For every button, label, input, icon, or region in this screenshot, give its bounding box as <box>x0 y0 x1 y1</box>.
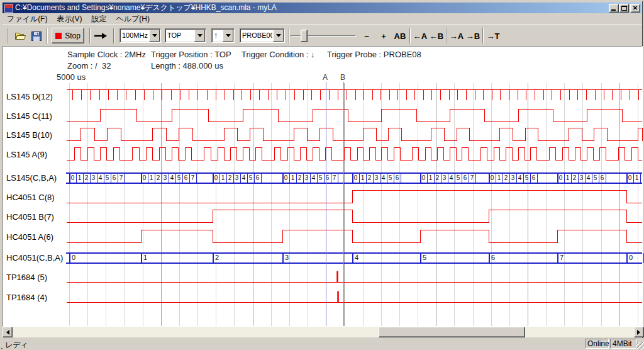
goto-b-right-button[interactable]: →B <box>465 28 480 43</box>
zoom-out-button[interactable]: − <box>360 28 374 43</box>
trigger-edge-combo[interactable]: ↑ <box>211 28 235 43</box>
status-ready: レディ <box>5 340 28 350</box>
resize-grip[interactable] <box>636 342 644 350</box>
stop-icon <box>55 33 62 39</box>
menu-view[interactable]: 表示(V) <box>53 13 87 25</box>
close-button[interactable]: ✕ <box>630 4 640 13</box>
toolbar: Stop 100MHz TOP ↑ PROBE00 <box>3 25 641 46</box>
scroll-left-button[interactable] <box>3 327 13 337</box>
zoom-ab-button[interactable]: AB <box>392 28 408 43</box>
trigger-condition-info: Trigger Condition : ↓ <box>242 50 315 59</box>
row-label[interactable]: TP1684 (4) <box>6 293 47 302</box>
zoom-slider[interactable] <box>291 28 356 43</box>
combo-dropdown-icon[interactable] <box>149 30 160 42</box>
goto-b-left-button[interactable]: ←B <box>429 28 444 43</box>
maximize-button[interactable] <box>619 4 629 13</box>
menu-settings[interactable]: 設定 <box>87 13 112 25</box>
status-memory: 4MBit <box>610 339 636 349</box>
row-label[interactable]: HC4051 C(8) <box>6 193 55 202</box>
row-label[interactable]: LS145 C(11) <box>6 111 52 121</box>
scrollbar-thumb[interactable] <box>379 327 525 337</box>
goto-a-left-button[interactable]: ←A <box>413 28 428 43</box>
menubar: ファイル(F) 表示(V) 設定 ヘルプ(H) <box>3 13 641 25</box>
scroll-right-icon <box>637 330 643 335</box>
waveform-client-area <box>3 46 643 327</box>
zoom-info: Zoom : / 32 <box>67 61 111 71</box>
app-window: C:¥Documents and Settings¥noname¥デスクトップ¥… <box>0 0 644 350</box>
row-label[interactable]: HC4051 B(7) <box>6 212 54 222</box>
window-title: C:¥Documents and Settings¥noname¥デスクトップ¥… <box>15 3 277 13</box>
cursor-b-label[interactable]: B <box>340 73 345 82</box>
combo-dropdown-icon[interactable] <box>223 30 233 42</box>
row-label[interactable]: LS145 A(9) <box>6 150 47 159</box>
trigger-position-info: Trigger Position : TOP <box>151 50 231 59</box>
scale-label: 5000 us <box>57 72 86 82</box>
maximize-icon <box>621 6 627 11</box>
row-label[interactable]: LS145 D(12) <box>6 92 53 101</box>
statusbar: レディ Online 4MBit <box>3 338 644 350</box>
menu-file[interactable]: ファイル(F) <box>3 13 53 25</box>
stop-button[interactable]: Stop <box>52 28 84 43</box>
row-label[interactable]: HC4051(C,B,A) <box>6 253 63 262</box>
probe-combo[interactable]: PROBE00 <box>240 28 285 43</box>
row-label[interactable]: HC4051 A(6) <box>6 232 53 242</box>
row-label[interactable]: LS145(C,B,A) <box>6 173 57 183</box>
goto-a-right-button[interactable]: →A <box>449 28 464 43</box>
open-icon <box>14 31 26 41</box>
menu-help[interactable]: ヘルプ(H) <box>112 13 155 25</box>
scroll-left-icon <box>4 330 9 335</box>
cursor-a-label[interactable]: A <box>323 73 328 82</box>
row-label[interactable]: TP1684 (5) <box>6 273 47 282</box>
app-icon[interactable] <box>4 4 13 13</box>
save-icon <box>31 31 42 41</box>
titlebar[interactable]: C:¥Documents and Settings¥noname¥デスクトップ¥… <box>3 3 641 13</box>
sample-clock-combo[interactable]: 100MHz <box>119 28 161 43</box>
close-icon: ✕ <box>633 4 638 11</box>
goto-trigger-button[interactable]: →T <box>486 28 501 43</box>
minimize-icon <box>611 9 616 11</box>
save-button[interactable] <box>29 28 44 43</box>
run-icon <box>94 32 108 40</box>
trigger-pos-combo[interactable]: TOP <box>165 28 206 43</box>
sample-clock-info: Sample Clock : 2MHz <box>67 50 146 59</box>
trigger-probe-info: Trigger Probe : PROBE08 <box>327 50 421 59</box>
zoom-slider-handle[interactable] <box>301 30 308 42</box>
minimize-button[interactable] <box>609 4 619 13</box>
status-online: Online <box>585 339 609 349</box>
combo-dropdown-icon[interactable] <box>194 30 205 42</box>
scroll-right-button[interactable] <box>634 327 644 337</box>
combo-dropdown-icon[interactable] <box>273 30 284 42</box>
zoom-in-button[interactable]: + <box>377 28 391 43</box>
run-button[interactable] <box>92 28 109 43</box>
horizontal-scrollbar[interactable] <box>3 327 644 337</box>
row-label[interactable]: LS145 B(10) <box>6 130 52 140</box>
open-button[interactable] <box>13 28 28 43</box>
length-info: Length : 488.000 us <box>151 61 223 71</box>
